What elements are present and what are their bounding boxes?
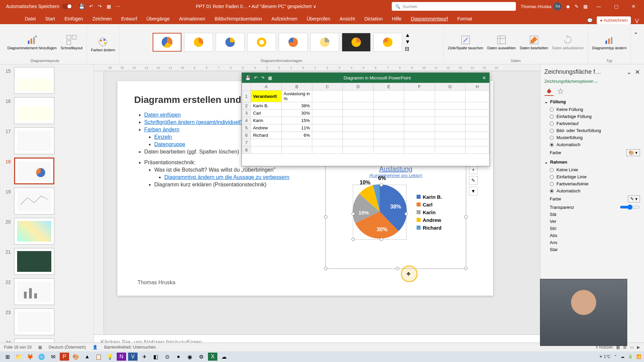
- app-icon-6[interactable]: ⊙: [162, 353, 172, 361]
- excel-data-window[interactable]: 💾 ↶ ↷ ▦ Diagramm in Microsoft PowerPoint…: [241, 72, 490, 166]
- cell-a4[interactable]: Karin: [251, 117, 281, 124]
- tab-aufzeichnen[interactable]: Aufzeichnen: [267, 13, 302, 24]
- thumb-17[interactable]: 17: [3, 127, 91, 154]
- pen-icon[interactable]: ✎: [575, 4, 579, 9]
- telegram-icon[interactable]: ✈: [140, 353, 149, 361]
- tab-entwurf[interactable]: Entwurf: [116, 13, 142, 24]
- chart-style-5[interactable]: [279, 33, 308, 52]
- chart-filter-button[interactable]: ▼: [469, 187, 478, 195]
- border-section-header[interactable]: ⌄Rahmen: [544, 160, 640, 165]
- fill-color-picker[interactable]: 🎨 ▾: [626, 149, 640, 156]
- chart-elements-button[interactable]: +: [469, 165, 478, 174]
- cell-b4[interactable]: 15%: [281, 117, 312, 124]
- tray-chevron-icon[interactable]: ⌃: [614, 354, 617, 359]
- diamond-icon[interactable]: ◆: [566, 4, 570, 9]
- chrome-icon[interactable]: 🌐: [37, 353, 46, 361]
- border-opt-none[interactable]: Keine Linie: [550, 167, 640, 172]
- thumb-20[interactable]: 20: [3, 218, 91, 245]
- tab-bildschirm[interactable]: Bildschirmpräsentation: [210, 13, 267, 24]
- tab-start[interactable]: Start: [41, 13, 60, 24]
- view-reading-icon[interactable]: ▭: [630, 345, 634, 350]
- tray-battery-icon[interactable]: 🔋: [628, 354, 633, 359]
- more-icon[interactable]: ⋯: [116, 4, 120, 9]
- cell-a6[interactable]: Richard: [251, 132, 281, 139]
- redo-icon[interactable]: ↷: [98, 4, 102, 9]
- comments-icon[interactable]: 💬: [587, 18, 593, 23]
- explorer-icon[interactable]: 📁: [14, 353, 23, 361]
- fill-opt-auto[interactable]: Automatisch: [550, 142, 640, 147]
- fill-opt-pattern[interactable]: Musterfüllung: [550, 135, 640, 140]
- cell-a1[interactable]: Verantwortl: [251, 90, 281, 102]
- tab-format[interactable]: Format: [452, 13, 477, 24]
- border-opt-solid[interactable]: Einfarbige Linie: [550, 174, 640, 179]
- powerpoint-icon[interactable]: P: [60, 353, 69, 361]
- language-status[interactable]: Deutsch (Österreich): [49, 345, 86, 350]
- fill-opt-solid[interactable]: Einfarbige Füllung: [550, 114, 640, 119]
- switch-row-col-button[interactable]: Zeile/Spalte tauschen: [446, 33, 485, 51]
- app-icon-4[interactable]: V: [128, 353, 138, 361]
- excel-grid-icon[interactable]: ▦: [268, 75, 272, 80]
- firefox-icon[interactable]: 🦊: [25, 353, 35, 361]
- chart-style-8[interactable]: [373, 33, 402, 52]
- chart-subtitle[interactable]: (Kursteilnehmer pro Lektor): [326, 173, 466, 178]
- cell-a3[interactable]: Carl: [251, 110, 281, 117]
- thumb-22[interactable]: 22: [3, 278, 91, 305]
- access-icon[interactable]: 👤: [93, 345, 98, 350]
- chart-style-7[interactable]: [342, 33, 371, 52]
- excel-icon[interactable]: X: [208, 353, 217, 361]
- vlc-icon[interactable]: ▲: [83, 353, 92, 361]
- document-title[interactable]: PPT 01 Roter Faden 0… • Auf "diesem PC" …: [120, 4, 392, 9]
- thumb-23[interactable]: 23: [3, 308, 91, 335]
- search-input[interactable]: 🔍 Suchen: [392, 2, 516, 11]
- fill-opt-none[interactable]: Keine Füllung: [550, 107, 640, 112]
- lang-icon[interactable]: ▦: [38, 345, 42, 350]
- calendar-icon[interactable]: ▦: [583, 4, 588, 9]
- excel-close-icon[interactable]: ✕: [482, 75, 486, 80]
- app-icon-2[interactable]: 📋: [94, 353, 103, 361]
- cell-b3[interactable]: 30%: [281, 110, 312, 117]
- border-opt-auto[interactable]: Automatisch: [550, 188, 640, 193]
- autosave-toggle[interactable]: Automatisches Speichern: [6, 4, 72, 9]
- style-scroll[interactable]: ▲▼⊟: [405, 32, 410, 52]
- pane-close-icon[interactable]: ✕: [635, 69, 640, 75]
- slideshow-icon[interactable]: ▦: [107, 4, 111, 9]
- ribbon-collapse[interactable]: ⌄: [631, 26, 641, 64]
- thumb-18[interactable]: 18: [3, 158, 91, 184]
- tab-hilfe[interactable]: Hilfe: [387, 13, 406, 24]
- taskbar[interactable]: ⊞ 📁 🦊 🌐 ✉ P 🎨 ▲ 📋 💡 N V ✈ ◧ ⊙ ● ◉ ⚙ X ☁ …: [0, 351, 644, 362]
- tab-zeichnen[interactable]: Zeichnen: [88, 13, 117, 24]
- record-button[interactable]: ● Aufzeichnen: [597, 16, 631, 24]
- cell-b5[interactable]: 11%: [281, 124, 312, 132]
- plot-area-selection[interactable]: [353, 185, 407, 240]
- chart-legend[interactable]: Karin B. Carl Karin Andrew Richard: [417, 192, 442, 233]
- chart-title[interactable]: Auslastung: [326, 165, 466, 173]
- thumb-21[interactable]: 21: [3, 248, 91, 275]
- pane-dropdown-icon[interactable]: ⌄: [627, 69, 632, 75]
- cell-b6[interactable]: 6%: [281, 132, 312, 139]
- fill-section-header[interactable]: ⌄Füllung: [544, 99, 640, 104]
- tab-einfuegen[interactable]: Einfügen: [60, 13, 88, 24]
- pane-options-link[interactable]: Zeichnungsflächenoptionen: [544, 79, 594, 84]
- thumb-19[interactable]: 19: [3, 188, 91, 215]
- chart-style-1[interactable]: [153, 33, 181, 52]
- thumb-16[interactable]: 16: [3, 97, 91, 124]
- chart-styles-button[interactable]: ✎: [469, 176, 478, 185]
- tab-uebergaenge[interactable]: Übergänge: [142, 13, 174, 24]
- edit-data-button[interactable]: Daten bearbeiten: [519, 33, 549, 51]
- slide-thumbnails-panel[interactable]: 15 16 17 18 19 20 21 22 23 24: [0, 64, 94, 353]
- start-button[interactable]: ⊞: [3, 353, 12, 361]
- slide-counter[interactable]: Folie 18 von 33: [4, 345, 32, 350]
- weather-widget[interactable]: ☀ 1°C: [599, 354, 610, 359]
- minimize-button[interactable]: —: [592, 0, 605, 13]
- app-icon-3[interactable]: 💡: [105, 353, 115, 361]
- tray-cloud-icon[interactable]: ☁: [621, 354, 625, 359]
- cell-b2[interactable]: 38%: [281, 102, 312, 110]
- border-color-picker[interactable]: ✎ ▾: [628, 195, 640, 202]
- user-account[interactable]: Thomas Hruska TH: [521, 2, 561, 10]
- chart-style-6[interactable]: [310, 33, 339, 52]
- toggle-switch[interactable]: [62, 4, 72, 9]
- tab-ansicht[interactable]: Ansicht: [335, 13, 360, 24]
- slide-canvas[interactable]: Diagramm erstellen und formatieren Daten…: [104, 71, 540, 335]
- border-opt-gradient[interactable]: Farbverlaufslinie: [550, 181, 640, 186]
- app-icon-7[interactable]: ●: [174, 353, 183, 361]
